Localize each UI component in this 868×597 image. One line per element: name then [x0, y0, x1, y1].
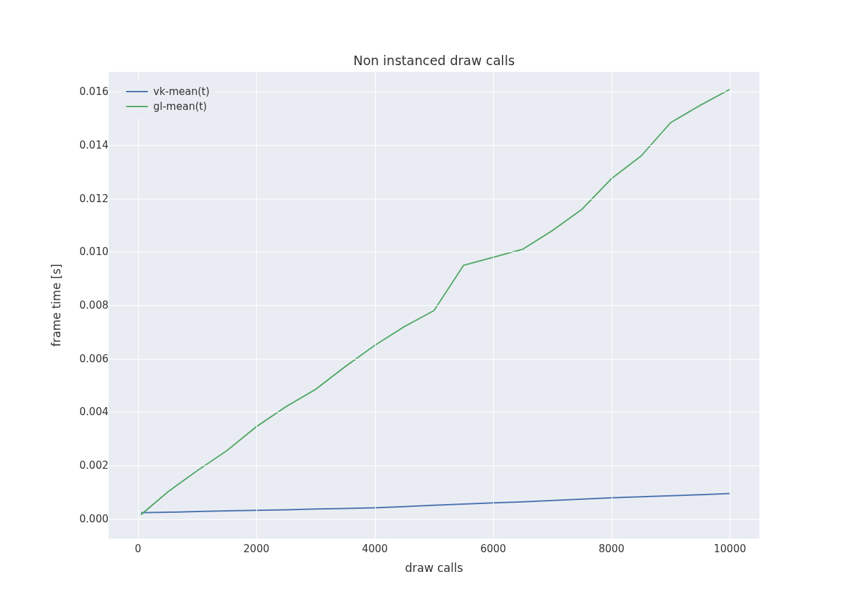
y-gridline — [108, 519, 760, 520]
y-gridline — [108, 199, 760, 199]
legend-label: gl-mean(t) — [153, 100, 207, 113]
y-tick-label: 0.000 — [79, 513, 108, 525]
series-line — [141, 90, 730, 515]
y-tick-label: 0.010 — [79, 246, 108, 258]
y-tick-label: 0.002 — [79, 459, 108, 471]
legend-swatch — [126, 91, 148, 92]
series-line — [141, 494, 730, 513]
y-tick-label: 0.012 — [79, 193, 108, 205]
y-tick-label: 0.016 — [79, 85, 108, 98]
x-tick-label: 6000 — [480, 543, 506, 555]
x-tick-label: 2000 — [243, 543, 269, 555]
y-gridline — [108, 359, 760, 360]
legend-entry: vk-mean(t) — [126, 84, 210, 99]
y-gridline — [108, 465, 760, 466]
y-tick-label: 0.014 — [79, 139, 108, 151]
y-tick-label: 0.004 — [79, 406, 108, 418]
y-tick-label: 0.008 — [79, 299, 108, 311]
y-axis-label: frame time [s] — [50, 264, 63, 347]
chart-title: Non instanced draw calls — [353, 53, 515, 68]
y-gridline — [108, 252, 760, 252]
legend: vk-mean(t)gl-mean(t) — [121, 80, 215, 118]
legend-label: vk-mean(t) — [153, 85, 210, 98]
x-tick-label: 4000 — [362, 543, 388, 555]
x-tick-label: 10000 — [714, 543, 747, 555]
x-axis-label: draw calls — [405, 561, 463, 575]
legend-swatch — [126, 106, 148, 107]
legend-entry: gl-mean(t) — [126, 99, 210, 114]
x-tick-label: 8000 — [599, 543, 625, 555]
x-tick-label: 0 — [135, 543, 142, 555]
y-gridline — [108, 412, 760, 412]
y-gridline — [108, 305, 760, 306]
y-gridline — [108, 145, 760, 146]
figure: Non instanced draw calls draw calls fram… — [0, 0, 868, 597]
y-tick-label: 0.006 — [79, 353, 108, 365]
chart-axes — [108, 72, 760, 539]
